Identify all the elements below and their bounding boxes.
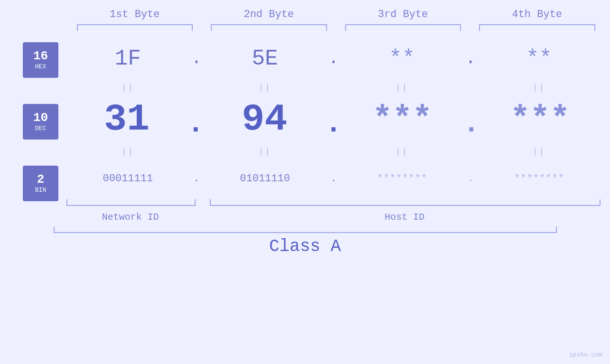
bin-row: 00011111 . 01011110 . ******** . *******… (66, 159, 610, 197)
main-container: 1st Byte 2nd Byte 3rd Byte 4th Byte 16 H… (0, 0, 610, 364)
badge-bin-num: 2 (37, 173, 45, 186)
dot-dec-1: . (187, 98, 204, 140)
dot-bin-2: . (327, 173, 341, 185)
host-id-label: Host ID (209, 212, 601, 223)
hex-b2-value: 5E (252, 47, 278, 71)
dot-hex-1: . (189, 49, 204, 68)
equals-row-1: || || || || (66, 79, 610, 95)
id-labels: Network ID Host ID (66, 212, 610, 223)
eq2-b1: || (66, 147, 189, 156)
byte4-header: 4th Byte (477, 9, 597, 20)
dot-hex-3: . (463, 49, 478, 68)
class-bracket (54, 226, 557, 233)
byte-headers-row: 1st Byte 2nd Byte 3rd Byte 4th Byte (75, 9, 597, 20)
hex-b3-value: ** (389, 47, 415, 71)
badge-bin: 2 BIN (23, 166, 58, 201)
eq2-b3: || (341, 147, 464, 156)
bracket-byte2 (211, 24, 327, 31)
byte2-header: 2nd Byte (209, 9, 329, 20)
dec-b2-value: 94 (242, 98, 287, 141)
bin-b3-value: ******** (377, 173, 427, 185)
dec-b2-cell: 94 (204, 98, 325, 141)
values-grid: 1F . 5E . ** . ** || || (66, 34, 610, 223)
eq1-b1: || (66, 83, 189, 92)
bin-b4-value: ******** (514, 173, 564, 185)
hex-b4-cell: ** (478, 47, 601, 71)
bracket-host-id (210, 199, 601, 206)
dec-row: 31 . 94 . *** . *** (66, 95, 610, 143)
dec-b4-value: *** (510, 101, 570, 138)
dec-b1-value: 31 (104, 98, 150, 141)
byte3-header: 3rd Byte (343, 9, 463, 20)
class-section: Class A (0, 226, 610, 256)
bracket-byte4 (479, 24, 595, 31)
dec-b4-cell: *** (480, 101, 601, 138)
hex-b1-cell: 1F (66, 47, 189, 71)
dot-dec-2: . (325, 98, 342, 140)
dec-b3-cell: *** (342, 101, 463, 138)
hex-b4-value: ** (526, 47, 552, 71)
watermark: ipshu.com (569, 351, 602, 358)
eq2-b2: || (204, 147, 327, 156)
top-brackets-row (75, 24, 597, 31)
badges-column: 16 HEX 10 DEC 2 BIN (0, 34, 66, 201)
badge-bin-label: BIN (35, 187, 46, 194)
badge-dec-num: 10 (33, 112, 48, 124)
class-label: Class A (269, 237, 341, 256)
dot-bin-3: . (463, 173, 478, 185)
bin-b2-cell: 01011110 (204, 173, 327, 185)
dot-hex-2: . (327, 49, 341, 68)
dec-b3-value: *** (373, 101, 432, 138)
eq1-b2: || (204, 83, 327, 92)
eq1-b3: || (341, 83, 464, 92)
badge-hex-num: 16 (33, 50, 48, 62)
bin-b3-cell: ******** (341, 173, 464, 185)
eq2-b4: || (478, 147, 601, 156)
byte1-header: 1st Byte (75, 9, 195, 20)
bracket-byte3 (345, 24, 461, 31)
main-content: 16 HEX 10 DEC 2 BIN 1F . 5E (0, 34, 610, 223)
bin-b1-cell: 00011111 (66, 173, 189, 185)
badge-dec: 10 DEC (23, 104, 58, 140)
dot-bin-1: . (189, 173, 204, 185)
dot-dec-3: . (463, 98, 480, 140)
equals-row-2: || || || || (66, 143, 610, 159)
bin-b4-cell: ******** (478, 173, 601, 185)
badge-hex: 16 HEX (23, 42, 58, 78)
hex-b2-cell: 5E (204, 47, 327, 71)
bracket-net-id (66, 199, 196, 206)
badge-dec-label: DEC (35, 125, 46, 132)
bin-b1-value: 00011111 (103, 173, 153, 185)
hex-row: 1F . 5E . ** . ** (66, 38, 610, 79)
badge-hex-label: HEX (35, 63, 46, 70)
dec-b1-cell: 31 (66, 98, 187, 141)
hex-b3-cell: ** (341, 47, 464, 71)
bracket-byte1 (77, 24, 193, 31)
hex-b1-value: 1F (115, 47, 141, 71)
network-id-label: Network ID (66, 212, 195, 223)
eq1-b4: || (478, 83, 601, 92)
bin-b2-value: 01011110 (240, 173, 290, 185)
bottom-brackets (66, 199, 610, 209)
